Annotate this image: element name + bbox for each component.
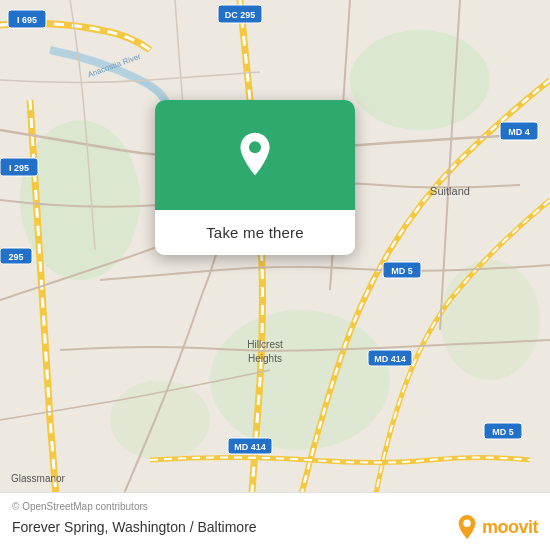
svg-text:Glassmanor: Glassmanor <box>11 473 66 484</box>
svg-text:MD 414: MD 414 <box>374 354 406 364</box>
moovit-brand-text: moovit <box>482 517 538 538</box>
svg-text:MD 414: MD 414 <box>234 442 266 452</box>
popup-header <box>155 100 355 210</box>
moovit-pin-icon <box>456 514 478 540</box>
map-background: I 695 DC 295 MD 4 I 295 295 MD 5 MD 414 … <box>0 0 550 550</box>
svg-point-29 <box>249 141 261 153</box>
svg-point-2 <box>350 30 490 130</box>
popup-card: Take me there <box>155 100 355 255</box>
svg-text:Heights: Heights <box>248 353 282 364</box>
svg-text:Hillcrest: Hillcrest <box>247 339 283 350</box>
bottom-bar: © OpenStreetMap contributors Forever Spr… <box>0 492 550 550</box>
map-container: I 695 DC 295 MD 4 I 295 295 MD 5 MD 414 … <box>0 0 550 550</box>
location-pin-icon <box>231 131 279 179</box>
moovit-logo: moovit <box>456 514 538 540</box>
svg-point-5 <box>440 260 540 380</box>
location-name: Forever Spring, Washington / Baltimore m… <box>12 514 538 540</box>
take-me-there-button[interactable]: Take me there <box>155 210 355 255</box>
attribution-text: © OpenStreetMap contributors <box>12 501 538 512</box>
svg-text:MD 5: MD 5 <box>492 427 514 437</box>
svg-text:I 295: I 295 <box>9 163 29 173</box>
svg-text:295: 295 <box>8 252 23 262</box>
location-label: Forever Spring, Washington / Baltimore <box>12 519 257 535</box>
svg-text:MD 4: MD 4 <box>508 127 530 137</box>
svg-text:Suitland: Suitland <box>430 185 470 197</box>
svg-point-3 <box>210 310 390 450</box>
svg-text:MD 5: MD 5 <box>391 266 413 276</box>
svg-text:DC 295: DC 295 <box>225 10 256 20</box>
svg-point-30 <box>463 520 470 527</box>
svg-text:I 695: I 695 <box>17 15 37 25</box>
